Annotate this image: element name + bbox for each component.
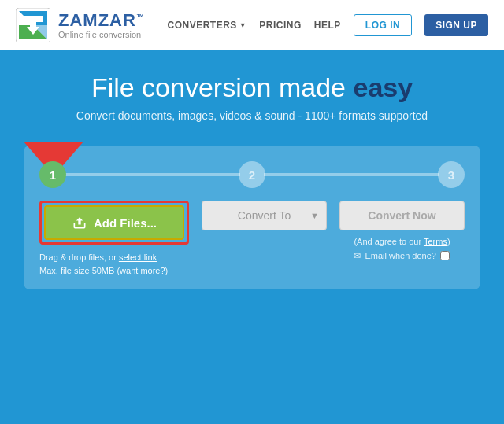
upload-icon bbox=[72, 215, 87, 230]
hero-title: File conversion made easy bbox=[16, 72, 488, 103]
signup-button[interactable]: SIGN UP bbox=[424, 14, 488, 36]
select-link[interactable]: select link bbox=[119, 253, 157, 262]
step3-hint: (And agree to our Terms) ✉ Email when do… bbox=[354, 235, 450, 263]
nav-help[interactable]: HELP bbox=[314, 20, 341, 31]
logo-text: ZAMZAR™ Online file conversion bbox=[58, 12, 145, 39]
add-files-highlight: Add Files... bbox=[39, 201, 189, 245]
step-line-1-2 bbox=[65, 173, 240, 176]
email-when-done-label: Email when done? bbox=[365, 249, 436, 264]
step3-area: Convert Now (And agree to our Terms) ✉ E… bbox=[339, 201, 465, 263]
step-line-2-3 bbox=[264, 173, 439, 176]
steps-row: 1 2 3 bbox=[39, 161, 465, 188]
controls-row: Add Files... Drag & drop files, or selec… bbox=[39, 201, 465, 277]
hero-subtitle: Convert documents, images, videos & soun… bbox=[16, 109, 488, 122]
convert-now-button[interactable]: Convert Now bbox=[339, 201, 465, 230]
navbar: ZAMZAR™ Online file conversion CONVERTER… bbox=[0, 0, 504, 50]
hero-easy: easy bbox=[353, 72, 413, 102]
navbar-left: ZAMZAR™ Online file conversion bbox=[16, 8, 145, 42]
step2-area: Convert To ▼ bbox=[202, 201, 327, 230]
convert-to-wrapper: Convert To ▼ bbox=[202, 201, 327, 230]
conversion-wrapper: 1 2 3 Add Files... Drag & drop f bbox=[0, 138, 504, 305]
login-button[interactable]: LOG IN bbox=[354, 14, 412, 36]
step-3-circle: 3 bbox=[438, 161, 465, 188]
step1-area: Add Files... Drag & drop files, or selec… bbox=[39, 201, 189, 277]
step1-hint: Drag & drop files, or select link Max. f… bbox=[39, 251, 189, 277]
logo-title: ZAMZAR™ bbox=[58, 12, 145, 29]
converters-dropdown-arrow: ▼ bbox=[239, 21, 246, 29]
want-more-link[interactable]: want more? bbox=[120, 266, 165, 275]
email-row: ✉ Email when done? bbox=[354, 249, 450, 264]
email-checkbox[interactable] bbox=[440, 251, 450, 260]
step-1-circle: 1 bbox=[39, 161, 66, 188]
zamzar-logo-icon bbox=[16, 8, 50, 42]
hero-section: File conversion made easy Convert docume… bbox=[0, 50, 504, 138]
logo-subtitle: Online file conversion bbox=[58, 30, 145, 39]
add-files-button[interactable]: Add Files... bbox=[44, 205, 184, 240]
step-2-circle: 2 bbox=[239, 161, 265, 188]
conversion-box: 1 2 3 Add Files... Drag & drop f bbox=[24, 146, 480, 289]
terms-link[interactable]: Terms bbox=[424, 237, 447, 246]
nav-converters[interactable]: CONVERTERS ▼ bbox=[168, 20, 247, 31]
convert-to-select[interactable]: Convert To bbox=[202, 201, 327, 230]
navbar-right: CONVERTERS ▼ PRICING HELP LOG IN SIGN UP bbox=[168, 14, 488, 36]
nav-pricing[interactable]: PRICING bbox=[259, 20, 302, 31]
email-icon: ✉ bbox=[354, 249, 361, 264]
